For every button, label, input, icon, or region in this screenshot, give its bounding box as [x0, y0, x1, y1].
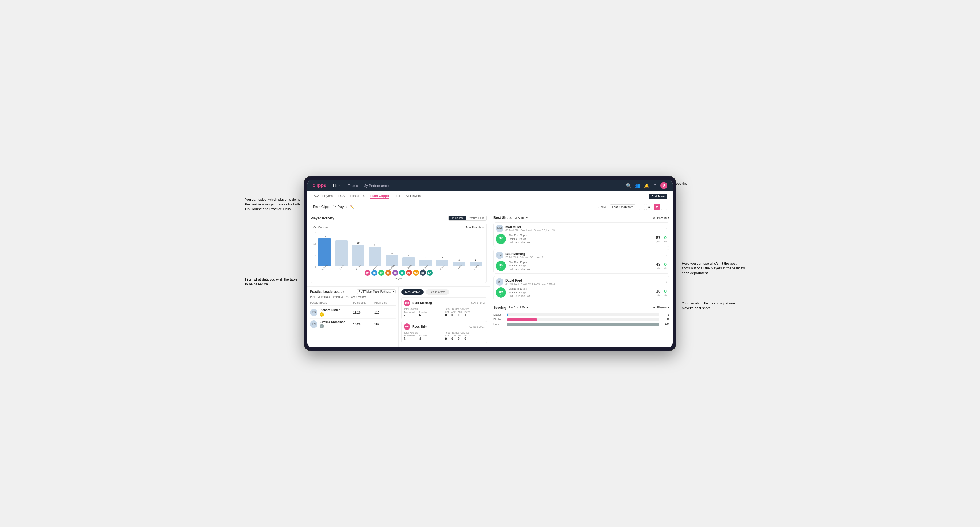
- heart-view-button[interactable]: ♥: [654, 204, 660, 210]
- bar: [436, 259, 448, 266]
- shot-meta: 23 Jul 2023 · Ashridge GC, Hole 15: [506, 256, 543, 259]
- player-avatar[interactable]: DF: [379, 270, 384, 276]
- annotation-left-top: You can select which player is doing the…: [245, 197, 301, 212]
- team-controls: Show: Last 3 months ▾ ⊞ ≡ ♥ ⋮: [598, 204, 667, 210]
- time-filter-dropdown[interactable]: Last 3 months ▾: [610, 205, 635, 210]
- chart-dropdown[interactable]: Total Rounds ▾: [466, 226, 484, 229]
- player-avatar[interactable]: BB: [371, 270, 377, 276]
- bar: [402, 257, 415, 266]
- add-circle-icon[interactable]: ⊕: [653, 183, 657, 188]
- bar-group: 10 D. Ford: [350, 231, 366, 268]
- user-avatar[interactable]: U: [660, 182, 667, 189]
- scoring-label: Pars: [493, 323, 505, 326]
- practice-drills-toggle[interactable]: Practice Drills: [466, 216, 486, 221]
- scoring-title: Scoring: [493, 306, 506, 310]
- player-avatar[interactable]: JC: [385, 270, 391, 276]
- team-header: Team Clippd | 14 Players ✏️ Show: Last 3…: [307, 202, 673, 213]
- practice-dropdown[interactable]: PUTT Must Make Putting ... ▾: [357, 289, 396, 294]
- lb-pb-avg: 110: [374, 311, 396, 314]
- shot-player-avatar: BM: [496, 252, 503, 259]
- player-avatar[interactable]: EE: [392, 270, 398, 276]
- search-icon[interactable]: 🔍: [626, 183, 632, 188]
- bar: [335, 240, 347, 266]
- lb-player-name: Edward Crossman: [320, 320, 345, 323]
- least-active-button[interactable]: Least Active: [426, 289, 449, 295]
- best-shots-header: Best Shots All Shots ▾ All Players ▾: [493, 216, 670, 220]
- add-team-button[interactable]: Add Team: [649, 194, 667, 199]
- activity-date: 02 Sep 2023: [469, 325, 485, 328]
- bar-group: 3 M. Miller: [434, 231, 450, 268]
- bar: [352, 244, 364, 266]
- player-avatar[interactable]: BM: [364, 270, 371, 276]
- tab-hcaps[interactable]: Hcaps 1-5: [350, 194, 364, 199]
- putt-value: 1: [465, 313, 470, 317]
- shot-card[interactable]: DF David Ford 24 Aug 2023 · Royal North …: [493, 276, 670, 300]
- shot-details: 200 SG Shot Dist: 43 ydsStart Lie: Rough…: [496, 260, 667, 271]
- practice-leaderboards-panel: Practice Leaderboards PUTT Must Make Put…: [307, 286, 399, 347]
- practice-label: Practice: [419, 335, 427, 337]
- shot-card[interactable]: MM Matt Miller 09 Jun 2023 · Royal North…: [493, 222, 670, 247]
- activity-practice-group: Practice 6: [419, 311, 427, 317]
- course-toggle-group: On Course Practice Drills: [449, 216, 487, 221]
- practice-value: 4: [419, 337, 427, 341]
- users-icon[interactable]: 👥: [635, 183, 641, 188]
- bar-group: 5 E. Ebert: [384, 231, 399, 268]
- shot-chevron-icon: ›: [666, 253, 667, 257]
- activity-stats-grid: Total Rounds Tournament 8 Practice 4 Tot…: [404, 332, 485, 341]
- scoring-count: 499: [662, 323, 670, 326]
- scoring-label: Eagles: [493, 313, 505, 316]
- activity-player-card: RB Rees Britt 02 Sep 2023 Total Rounds T…: [401, 321, 487, 343]
- shot-details: 198 SG Shot Dist: 16 ydsStart Lie: Rough…: [496, 287, 667, 298]
- shot-yds-stat: 16 yds: [656, 289, 661, 296]
- player-avatar[interactable]: RB: [406, 270, 412, 276]
- bar-group: 13 B. McHarg: [317, 231, 332, 268]
- activity-player-avatar: RB: [404, 323, 410, 330]
- tab-all-players[interactable]: All Players: [406, 194, 421, 199]
- tab-pga[interactable]: PGA: [338, 194, 345, 199]
- most-active-panel: Most Active Least Active BM Blair McHarg…: [399, 286, 490, 347]
- most-active-button[interactable]: Most Active: [401, 289, 424, 295]
- player-avatar[interactable]: EC: [420, 270, 426, 276]
- nav-link-teams[interactable]: Teams: [348, 184, 358, 187]
- shot-player-name: Blair McHarg: [506, 252, 543, 256]
- activity-practice-section: Total Practice Activities GTT 0 APP 0 AR…: [445, 308, 485, 317]
- app-group: APP 0: [451, 311, 456, 317]
- nav-link-home[interactable]: Home: [333, 184, 342, 187]
- shot-card[interactable]: BM Blair McHarg 23 Jul 2023 · Ashridge G…: [493, 249, 670, 274]
- lb-pb-score: 19/20: [353, 311, 374, 314]
- bar-chart-container: On Course Total Rounds ▾ 15 10 5: [310, 223, 487, 283]
- activity-practice-section: Total Practice Activities GTT 0 APP 0 AR…: [445, 332, 485, 341]
- on-course-toggle[interactable]: On Course: [449, 216, 466, 221]
- player-avatar[interactable]: GB: [399, 270, 405, 276]
- leaderboard-row: RB Richard Butler 1 19/20 110: [310, 306, 396, 319]
- nav-link-my-performance[interactable]: My Performance: [363, 184, 388, 187]
- players-filter-dropdown[interactable]: All Players ▾: [653, 216, 670, 219]
- bell-icon[interactable]: 🔔: [644, 183, 649, 188]
- shot-player-name: David Ford: [506, 279, 555, 283]
- shots-filter-dropdown[interactable]: All Shots ▾: [514, 216, 528, 219]
- player-avatar[interactable]: MM: [413, 270, 419, 276]
- gtt-label: GTT: [445, 335, 449, 337]
- tab-team-clippd[interactable]: Team Clippd: [370, 194, 389, 199]
- lb-player-info: Richard Butler 1: [320, 308, 340, 317]
- activity-player-name: Rees Britt: [412, 325, 428, 329]
- practice-label: Practice: [419, 311, 427, 313]
- arg-label: ARG: [458, 311, 462, 313]
- shot-zero-stat: 0 yds: [664, 236, 667, 243]
- activity-rounds-label: Total Rounds: [404, 308, 444, 310]
- shot-player-name: Matt Miller: [506, 225, 555, 229]
- scoring-players-filter[interactable]: All Players ▾: [653, 306, 670, 309]
- scoring-par-filter[interactable]: Par 3, 4 & 5s ▾: [508, 306, 528, 309]
- tab-pgat-players[interactable]: PGAT Players: [313, 194, 332, 199]
- tablet-shell: clippd Home Teams My Performance 🔍 👥 🔔 ⊕…: [304, 176, 676, 351]
- lb-rank-badge: 1: [320, 313, 324, 317]
- grid-view-button[interactable]: ⊞: [639, 204, 645, 210]
- edit-icon[interactable]: ✏️: [350, 205, 354, 209]
- scoring-bar-track: [508, 323, 659, 326]
- list-view-button[interactable]: ≡: [646, 204, 652, 210]
- tab-tour[interactable]: Tour: [394, 194, 400, 199]
- settings-view-button[interactable]: ⋮: [661, 204, 667, 210]
- arg-group: ARG 0: [458, 335, 462, 341]
- scoring-panel: Scoring Par 3, 4 & 5s ▾ All Players ▾ Ea…: [493, 303, 670, 329]
- player-avatar[interactable]: LR: [427, 270, 433, 276]
